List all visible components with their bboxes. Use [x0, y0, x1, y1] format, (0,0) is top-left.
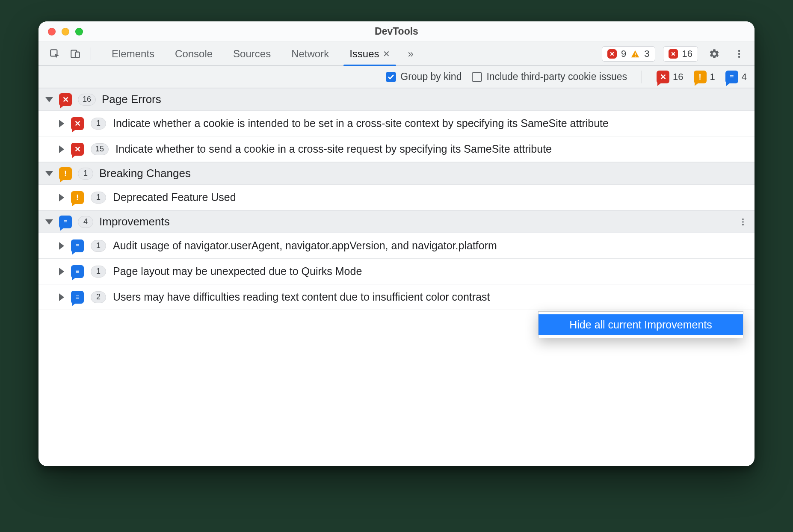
issue-text: Audit usage of navigator.userAgent, navi…: [113, 239, 748, 252]
issues-list: ✕ 16 Page Errors ✕ 1 Indicate whether a …: [38, 88, 755, 466]
zoom-window-button[interactable]: [75, 28, 83, 35]
group-by-kind-checkbox[interactable]: Group by kind: [386, 71, 462, 83]
svg-rect-2: [75, 52, 80, 57]
disclosure-closed-icon: [59, 145, 64, 153]
issue-row[interactable]: ≡ 2 Users may have difficulties reading …: [38, 284, 755, 310]
inspect-element-icon[interactable]: [45, 44, 64, 63]
tab-network[interactable]: Network: [281, 42, 339, 66]
tab-label: Sources: [233, 48, 271, 60]
svg-rect-4: [635, 53, 636, 55]
traffic-lights: [48, 28, 83, 35]
section-more-icon[interactable]: [738, 217, 748, 227]
error-icon: [669, 49, 678, 59]
issue-count: 1: [91, 192, 106, 204]
devtools-window: DevTools Elements Console Sources: [38, 21, 755, 466]
section-breaking-changes[interactable]: ! 1 Breaking Changes: [38, 162, 755, 185]
context-menu: Hide all current Improvements: [538, 311, 743, 338]
info-counter[interactable]: ≡ 4: [725, 71, 747, 83]
issue-text: Users may have difficulties reading text…: [113, 291, 748, 303]
tab-label: Elements: [112, 48, 154, 60]
titlebar: DevTools: [38, 21, 755, 42]
svg-point-10: [742, 218, 744, 220]
warning-icon: [630, 49, 640, 59]
issue-row[interactable]: ! 1 Deprecated Feature Used: [38, 185, 755, 210]
issue-row[interactable]: ✕ 1 Indicate whether a cookie is intende…: [38, 111, 755, 136]
warning-counter[interactable]: ! 1: [694, 71, 715, 83]
section-count: 16: [78, 94, 96, 106]
menu-item-hide-improvements[interactable]: Hide all current Improvements: [539, 314, 743, 335]
error-icon: ✕: [71, 143, 84, 156]
section-title: Page Errors: [102, 93, 161, 106]
toolbar-status-group: 9 3 16: [602, 45, 748, 62]
issue-count: 1: [91, 266, 106, 278]
info-icon: ≡: [59, 216, 72, 228]
issue-count: 2: [91, 291, 106, 303]
issue-row[interactable]: ≡ 1 Audit usage of navigator.userAgent, …: [38, 233, 755, 259]
warning-icon: !: [694, 71, 707, 83]
warning-count: 3: [644, 48, 649, 59]
svg-point-12: [742, 224, 744, 225]
info-icon: ≡: [71, 239, 84, 252]
disclosure-closed-icon: [59, 194, 64, 201]
tab-console[interactable]: Console: [165, 42, 223, 66]
svg-rect-5: [635, 56, 636, 56]
issues-filter-bar: Group by kind Include third-party cookie…: [38, 66, 755, 88]
more-tabs-button[interactable]: »: [402, 48, 420, 60]
issue-count: 15: [91, 143, 109, 155]
issues-badge[interactable]: 16: [663, 46, 698, 62]
console-issues-badge[interactable]: 9 3: [602, 46, 655, 62]
counter-value: 1: [710, 71, 715, 83]
devtools-toolbar: Elements Console Sources Network Issues …: [38, 42, 755, 66]
issue-count: 16: [682, 48, 692, 59]
issue-row[interactable]: ✕ 15 Indicate whether to send a cookie i…: [38, 136, 755, 162]
svg-point-7: [738, 50, 740, 51]
warning-icon: !: [71, 191, 84, 204]
minimize-window-button[interactable]: [62, 28, 69, 35]
disclosure-closed-icon: [59, 120, 64, 127]
disclosure-closed-icon: [59, 268, 64, 275]
tab-sources[interactable]: Sources: [223, 42, 281, 66]
section-improvements[interactable]: ≡ 4 Improvements: [38, 210, 755, 233]
error-icon: ✕: [657, 71, 669, 83]
close-tab-icon[interactable]: ✕: [383, 49, 390, 59]
section-page-errors[interactable]: ✕ 16 Page Errors: [38, 88, 755, 111]
separator: [91, 47, 91, 60]
checkbox-icon: [386, 72, 396, 82]
checkbox-icon: [472, 72, 482, 82]
tab-elements[interactable]: Elements: [101, 42, 165, 66]
section-title: Breaking Changes: [99, 167, 191, 180]
warning-icon: !: [59, 167, 72, 180]
disclosure-open-icon: [45, 97, 53, 102]
disclosure-open-icon: [45, 219, 53, 225]
include-third-party-checkbox[interactable]: Include third-party cookie issues: [472, 71, 627, 83]
svg-point-8: [738, 53, 740, 54]
error-count: 9: [621, 48, 626, 59]
svg-point-11: [742, 221, 744, 223]
more-options-icon[interactable]: [731, 45, 748, 62]
devtools-tabs: Elements Console Sources Network Issues …: [101, 42, 400, 66]
info-icon: ≡: [71, 291, 84, 304]
tab-label: Issues: [349, 48, 379, 60]
error-icon: [607, 49, 617, 59]
section-count: 4: [78, 216, 93, 228]
toggle-device-icon[interactable]: [66, 44, 85, 63]
issue-text: Indicate whether a cookie is intended to…: [113, 117, 748, 130]
issue-row[interactable]: ≡ 1 Page layout may be unexpected due to…: [38, 259, 755, 284]
menu-item-label: Hide all current Improvements: [569, 319, 712, 331]
close-window-button[interactable]: [48, 28, 56, 35]
tab-issues[interactable]: Issues ✕: [339, 42, 400, 66]
issue-count: 1: [91, 118, 106, 130]
svg-point-9: [738, 56, 740, 57]
section-title: Improvements: [99, 215, 170, 228]
info-icon: ≡: [725, 71, 738, 83]
issue-text: Deprecated Feature Used: [113, 191, 748, 204]
error-counter[interactable]: ✕ 16: [657, 71, 683, 83]
counter-value: 4: [742, 71, 747, 83]
issue-count: 1: [91, 240, 106, 252]
error-icon: ✕: [71, 117, 84, 130]
disclosure-closed-icon: [59, 293, 64, 301]
info-icon: ≡: [71, 265, 84, 278]
settings-icon[interactable]: [706, 45, 723, 62]
issue-text: Page layout may be unexpected due to Qui…: [113, 265, 748, 278]
error-icon: ✕: [59, 93, 72, 106]
